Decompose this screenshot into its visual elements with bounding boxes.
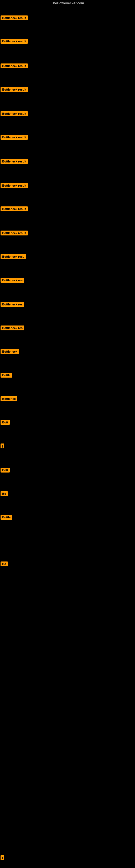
bottleneck-badge: Bottleneck result: [1, 230, 28, 236]
bottleneck-badge: Bottleneck result: [1, 39, 28, 44]
bottleneck-badge: Bottleneck result: [1, 159, 28, 164]
site-title: TheBottlenecker.com: [0, 0, 135, 6]
bottleneck-badge: Bottleneck result: [1, 63, 28, 68]
bottleneck-badge: Bottleneck result: [1, 16, 28, 20]
bottleneck-badge: Bottleneck result: [1, 111, 28, 116]
bottleneck-badge: Bottle: [1, 515, 12, 520]
bottleneck-badge: Bottleneck result: [1, 135, 28, 140]
bottleneck-badge: Bo: [1, 491, 8, 496]
bottleneck-badge: Bottleneck result: [1, 87, 28, 92]
bottleneck-badge: Bottle: [1, 373, 12, 378]
bottleneck-badge: Bottleneck: [1, 349, 19, 354]
bottleneck-badge: Bo: [1, 561, 8, 566]
bottleneck-badge: |: [1, 443, 4, 448]
bottleneck-badge: |: [1, 855, 4, 860]
bottleneck-badge: Bottleneck result: [1, 207, 28, 211]
bottleneck-badge: Bott: [1, 420, 10, 425]
bottleneck-badge: Bottleneck resu: [1, 254, 26, 259]
bottleneck-badge: Bottleneck res: [1, 326, 24, 330]
bottleneck-badge: Bottleneck res: [1, 278, 24, 283]
bottleneck-badge: Bottleneck result: [1, 183, 28, 188]
bottleneck-badge: Bott: [1, 468, 10, 472]
bottleneck-badge: Bottlenec: [1, 396, 17, 401]
bottleneck-badge: Bottleneck res: [1, 302, 24, 307]
